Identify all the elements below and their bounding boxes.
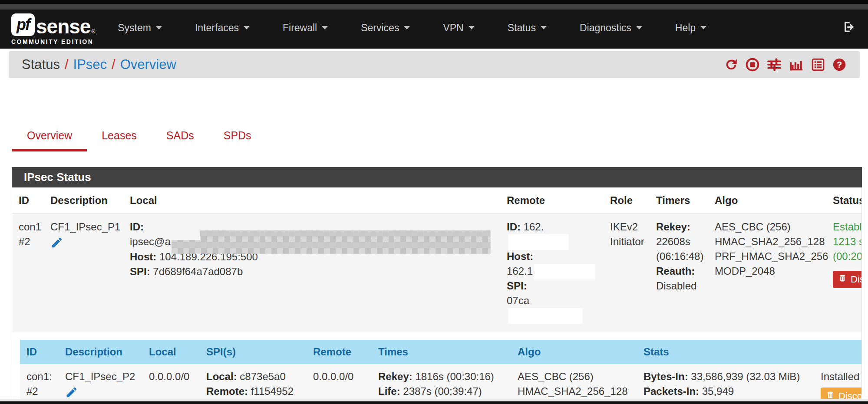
connection-instance: #2 xyxy=(26,384,59,399)
life-label: Life: xyxy=(378,385,400,397)
tab-spds[interactable]: SPDs xyxy=(209,127,266,151)
disconnect-button[interactable]: Dis xyxy=(833,271,862,288)
nav-item-system[interactable]: System xyxy=(101,18,178,38)
rekey-label: Rekey: xyxy=(378,371,413,382)
edit-pencil-icon[interactable] xyxy=(50,236,63,253)
bytes-in-label: Bytes-In: xyxy=(644,371,688,382)
breadcrumb-bar: Status/IPsec/Overview ? xyxy=(9,51,860,78)
window-top-edge xyxy=(0,0,868,4)
rekey-value: 1816s (00:30:16) xyxy=(415,371,494,382)
col-header-timers: Timers xyxy=(650,194,708,207)
breadcrumb-link-ipsec[interactable]: IPsec xyxy=(73,57,107,72)
caret-down-icon xyxy=(244,26,250,30)
caret-down-icon xyxy=(156,26,162,30)
page-action-icons: ? xyxy=(724,57,847,72)
brand-edition: COMMUNITY EDITION xyxy=(11,38,95,45)
help-icon[interactable]: ? xyxy=(832,57,847,72)
pfsense-logo[interactable]: pf sense ® COMMUNITY EDITION xyxy=(11,13,95,45)
tab-overview[interactable]: Overview xyxy=(12,127,87,151)
tab-leases[interactable]: Leases xyxy=(87,127,152,151)
col-header-algo: Algo xyxy=(708,194,826,207)
list-view-icon[interactable] xyxy=(811,57,825,72)
col-header-stats: Stats xyxy=(637,346,814,358)
algo-dhgroup: MODP_2048 xyxy=(715,264,826,279)
filter-sliders-icon[interactable] xyxy=(766,57,782,72)
child-sa-table-viewport[interactable]: ID Description Local SPI(s) Remote Times… xyxy=(16,340,862,404)
status-established: Establ xyxy=(833,220,862,234)
connection-id: con1: xyxy=(26,369,59,384)
ipsec-status-table-viewport[interactable]: ID Description Local Remote Role Timers … xyxy=(12,187,862,404)
cell-remote: ID: 162. Host: 162.1 SPI: 07ca xyxy=(500,220,604,323)
remote-id-value: 162. xyxy=(524,221,544,233)
remote-spi-label: SPI: xyxy=(507,280,527,292)
svg-text:?: ? xyxy=(837,60,842,69)
trash-icon xyxy=(838,274,847,285)
disconnect-button-label: Dis xyxy=(851,274,862,285)
col-header-local: Local xyxy=(123,194,500,207)
local-id-label: ID: xyxy=(130,221,144,233)
window-title-strip xyxy=(0,4,868,10)
algo-prf: PRF_HMAC_SHA2_256 xyxy=(715,249,826,264)
algo-cipher: AES_CBC (256) xyxy=(715,220,826,234)
remote-spi-value: 07ca xyxy=(507,295,529,306)
caret-down-icon xyxy=(404,26,410,30)
nav-item-label: Diagnostics xyxy=(580,22,631,34)
local-network: 0.0.0.0/0 xyxy=(149,369,200,384)
child-status-installed: Installed xyxy=(821,369,862,384)
packets-in-label: Packets-In: xyxy=(644,385,699,397)
table-row: con1: #2 CF1_IPsec_P2 0.0.0.0/0 xyxy=(20,364,862,404)
logout-button[interactable] xyxy=(842,20,857,36)
nav-item-status[interactable]: Status xyxy=(491,18,563,38)
redacted-block xyxy=(508,234,569,250)
child-sa-table-header: ID Description Local SPI(s) Remote Times… xyxy=(20,340,862,364)
registered-mark: ® xyxy=(91,27,95,36)
bytes-in-value: 33,586,939 (32.03 MiB) xyxy=(691,371,800,382)
remote-network: 0.0.0.0/0 xyxy=(313,369,372,384)
col-header-remote: Remote xyxy=(500,194,604,207)
top-navbar: pf sense ® COMMUNITY EDITION System Inte… xyxy=(0,10,868,49)
spi-remote-value: f1154952 xyxy=(251,385,294,397)
rekey-label: Rekey: xyxy=(656,220,708,234)
breadcrumb: Status/IPsec/Overview xyxy=(22,57,176,72)
cell-algo: AES_CBC (256) HMAC_SHA2_256_128 PRF_HMAC… xyxy=(708,220,826,323)
remote-id-label: ID: xyxy=(507,221,521,233)
nav-item-label: VPN xyxy=(443,22,463,34)
bar-chart-icon[interactable] xyxy=(789,57,804,72)
col-header-blank xyxy=(814,346,862,358)
connection-id: con1 xyxy=(19,220,44,234)
sign-out-icon xyxy=(842,20,857,36)
life-value: 2387s (00:39:47) xyxy=(403,385,482,397)
nav-item-help[interactable]: Help xyxy=(659,18,723,38)
remote-host-label: Host: xyxy=(507,250,533,262)
local-id-value: ipsec@a xyxy=(130,236,171,247)
caret-down-icon xyxy=(700,26,706,30)
spi-local-value: c873e5a0 xyxy=(240,371,285,382)
stop-service-icon[interactable] xyxy=(745,57,760,72)
ipsec-status-panel: IPsec Status ID Description Local Remote… xyxy=(12,167,862,404)
nav-item-firewall[interactable]: Firewall xyxy=(266,18,344,38)
spi-remote-label: Remote: xyxy=(206,385,248,397)
algo-hash: HMAC_SHA2_256_128 xyxy=(518,384,637,399)
nav-item-diagnostics[interactable]: Diagnostics xyxy=(563,18,659,38)
breadcrumb-section: Status xyxy=(22,57,60,72)
local-spi-value: 7d689f64a7ad087b xyxy=(153,266,243,277)
child-sa-area: ID Description Local SPI(s) Remote Times… xyxy=(12,332,862,404)
refresh-icon[interactable] xyxy=(724,57,739,72)
brand-name: sense xyxy=(36,17,90,36)
cell-role: IKEv2 Initiator xyxy=(604,220,650,323)
window-bottom-edge xyxy=(0,401,868,404)
packets-in-value: 35,949 xyxy=(702,385,734,397)
description-text: CF1_IPsec_P1 xyxy=(50,220,123,234)
nav-item-services[interactable]: Services xyxy=(344,18,426,38)
panel-title: IPsec Status xyxy=(12,167,862,187)
nav-item-interfaces[interactable]: Interfaces xyxy=(178,18,266,38)
col-header-role: Role xyxy=(604,194,650,207)
nav-item-vpn[interactable]: VPN xyxy=(426,18,491,38)
col-header-description: Description xyxy=(44,194,123,207)
col-header-local: Local xyxy=(142,346,200,358)
tab-sads[interactable]: SADs xyxy=(152,127,209,151)
breadcrumb-separator: / xyxy=(65,57,69,72)
breadcrumb-link-overview[interactable]: Overview xyxy=(120,57,176,72)
redacted-block xyxy=(534,264,595,279)
algo-cipher: AES_CBC (256) xyxy=(518,369,637,384)
